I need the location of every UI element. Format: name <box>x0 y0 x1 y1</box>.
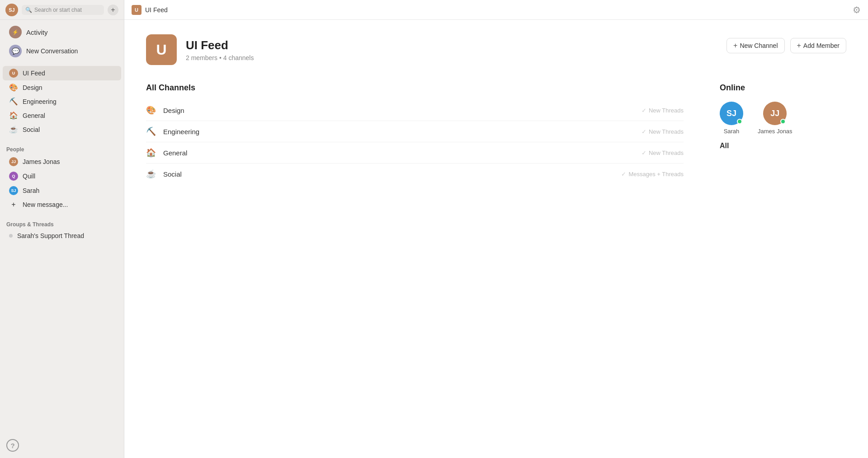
sidebar-header: SJ 🔍 Search or start chat + <box>0 0 124 20</box>
sidebar-item-general[interactable]: 🏠 General <box>3 108 121 122</box>
ui-feed-icon: U <box>9 69 18 78</box>
check-icon-social: ✓ <box>621 171 626 178</box>
channel-status-general: ✓ New Threads <box>642 150 684 156</box>
james-avatar: JJ <box>9 157 18 166</box>
activity-label: Activity <box>26 28 48 36</box>
add-button[interactable]: + <box>108 5 118 15</box>
channel-icon-design: 🎨 <box>146 105 159 115</box>
social-icon: ☕ <box>9 125 18 134</box>
sarah-avatar: SJ <box>9 186 18 195</box>
channel-status-label-social: Messages + Threads <box>628 171 684 178</box>
sidebar-label-design: Design <box>23 84 42 91</box>
check-icon-engineering: ✓ <box>642 128 646 135</box>
channel-row-design[interactable]: 🎨 Design ✓ New Threads <box>146 100 684 121</box>
james-online-name: James Jonas <box>758 128 793 135</box>
sarah-label: Sarah <box>23 187 39 194</box>
sidebar-item-ui-feed[interactable]: U UI Feed <box>3 66 121 80</box>
sidebar-people-section: People JJ James Jonas Q Quill SJ Sarah +… <box>0 139 124 214</box>
top-bar: U UI Feed ⚙ <box>124 0 868 20</box>
new-conversation-label: New Conversation <box>26 47 78 55</box>
channel-row-engineering[interactable]: ⛏️ Engineering ✓ New Threads <box>146 121 684 142</box>
search-bar[interactable]: 🔍 Search or start chat <box>22 5 104 15</box>
sarahs-support-label: Sarah's Support Thread <box>17 232 84 239</box>
channel-name-engineering: Engineering <box>163 128 642 136</box>
activity-avatar: ⚡ <box>9 26 22 38</box>
sidebar-item-sarahs-support[interactable]: Sarah's Support Thread <box>3 229 121 242</box>
new-message-label: New message... <box>23 201 68 208</box>
search-icon: 🔍 <box>25 7 32 13</box>
feed-meta: 2 members • 4 channels <box>186 54 254 61</box>
help-button[interactable]: ? <box>6 439 19 452</box>
add-member-button[interactable]: + Add Member <box>790 38 847 53</box>
message-icon: 💬 <box>9 45 22 57</box>
channels-section: All Channels 🎨 Design ✓ New Threads ⛏️ E… <box>146 83 846 184</box>
new-channel-button[interactable]: + New Channel <box>726 38 784 53</box>
main-content: U UI Feed ⚙ U UI Feed 2 members • 4 chan… <box>124 0 868 458</box>
channel-icon-social: ☕ <box>146 169 159 179</box>
online-user-james[interactable]: JJ James Jonas <box>758 102 793 135</box>
channel-status-social: ✓ Messages + Threads <box>621 171 684 178</box>
sidebar-label-social: Social <box>23 126 40 133</box>
all-label[interactable]: All <box>720 142 846 150</box>
add-member-label: Add Member <box>803 42 840 49</box>
feed-content: U UI Feed 2 members • 4 channels + New C… <box>124 20 868 458</box>
design-icon: 🎨 <box>9 83 18 92</box>
sidebar-item-activity[interactable]: ⚡ Activity <box>3 23 121 42</box>
sidebar-item-new-message[interactable]: + New message... <box>3 198 121 211</box>
groups-section-label: Groups & Threads <box>0 217 124 229</box>
topbar-title: UI Feed <box>145 6 168 14</box>
sidebar-item-new-conversation[interactable]: 💬 New Conversation <box>3 42 121 61</box>
add-member-plus-icon: + <box>797 42 801 50</box>
sidebar-label-ui-feed: UI Feed <box>23 70 45 77</box>
sidebar-item-james-jonas[interactable]: JJ James Jonas <box>3 154 121 169</box>
channel-status-label-general: New Threads <box>649 150 684 156</box>
channel-status-label-design: New Threads <box>649 107 684 114</box>
feed-title: UI Feed <box>186 38 254 52</box>
sidebar-groups-section: Groups & Threads Sarah's Support Thread <box>0 214 124 245</box>
sarah-online-avatar: SJ <box>720 102 743 125</box>
topbar-right: ⚙ <box>853 5 861 15</box>
channel-name-general: General <box>163 149 642 157</box>
sidebar: SJ 🔍 Search or start chat + ⚡ Activity 💬… <box>0 0 124 458</box>
feed-header: U UI Feed 2 members • 4 channels + New C… <box>146 34 846 65</box>
help-button-container: ? <box>0 433 124 458</box>
james-label: James Jonas <box>23 158 60 165</box>
online-user-sarah[interactable]: SJ Sarah <box>720 102 743 135</box>
sidebar-item-quill[interactable]: Q Quill <box>3 169 121 183</box>
engineering-icon: ⛏️ <box>9 97 18 106</box>
settings-icon[interactable]: ⚙ <box>853 5 861 15</box>
sarah-online-dot <box>737 119 742 124</box>
sidebar-channels-section: U UI Feed 🎨 Design ⛏️ Engineering 🏠 Gene… <box>0 63 124 139</box>
people-section-label: People <box>0 142 124 154</box>
thread-dot-icon <box>9 234 13 238</box>
check-icon-general: ✓ <box>642 150 646 156</box>
online-section: Online SJ Sarah JJ James <box>720 83 846 184</box>
general-icon: 🏠 <box>9 111 18 120</box>
online-users-list: SJ Sarah JJ James Jonas <box>720 102 846 135</box>
channels-list-title: All Channels <box>146 83 684 93</box>
channel-row-general[interactable]: 🏠 General ✓ New Threads <box>146 142 684 164</box>
new-message-icon: + <box>9 201 18 209</box>
sidebar-item-social[interactable]: ☕ Social <box>3 122 121 136</box>
feed-header-left: U UI Feed 2 members • 4 channels <box>146 34 254 65</box>
channel-icon-general: 🏠 <box>146 148 159 158</box>
quill-avatar: Q <box>9 172 18 181</box>
sidebar-section-top: ⚡ Activity 💬 New Conversation <box>0 20 124 63</box>
james-online-dot <box>780 119 786 124</box>
user-avatar[interactable]: SJ <box>5 4 18 16</box>
feed-info: UI Feed 2 members • 4 channels <box>186 38 254 61</box>
sidebar-label-general: General <box>23 112 45 119</box>
check-icon-design: ✓ <box>642 107 646 114</box>
james-online-avatar: JJ <box>763 102 787 125</box>
channel-status-label-engineering: New Threads <box>649 128 684 135</box>
sidebar-item-sarah[interactable]: SJ Sarah <box>3 183 121 198</box>
topbar-workspace-icon: U <box>132 5 142 15</box>
sidebar-item-design[interactable]: 🎨 Design <box>3 80 121 94</box>
channel-row-social[interactable]: ☕ Social ✓ Messages + Threads <box>146 164 684 184</box>
sarah-online-name: Sarah <box>724 128 740 135</box>
search-placeholder: Search or start chat <box>34 7 82 13</box>
channel-name-design: Design <box>163 107 642 114</box>
channel-icon-engineering: ⛏️ <box>146 126 159 136</box>
channel-status-design: ✓ New Threads <box>642 107 684 114</box>
sidebar-item-engineering[interactable]: ⛏️ Engineering <box>3 94 121 108</box>
